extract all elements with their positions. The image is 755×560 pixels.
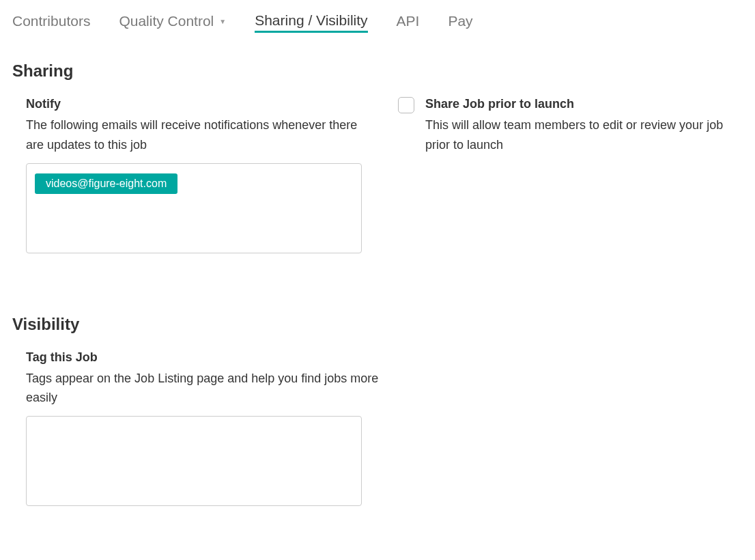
visibility-columns: Tag this Job Tags appear on the Job List… <box>12 350 743 507</box>
tab-sharing-visibility[interactable]: Sharing / Visibility <box>255 12 367 33</box>
tab-quality-control[interactable]: Quality Control ▼ <box>119 13 226 32</box>
share-prior-block: Share Job prior to launch This will allo… <box>398 97 743 253</box>
share-prior-description: This will allow team members to edit or … <box>425 115 743 155</box>
tag-job-title: Tag this Job <box>26 350 381 365</box>
tab-api[interactable]: API <box>397 13 420 32</box>
share-prior-checkbox[interactable] <box>398 97 414 113</box>
tab-quality-control-label: Quality Control <box>119 13 214 29</box>
section-sharing-title: Sharing <box>12 61 743 81</box>
notify-title: Notify <box>26 97 371 111</box>
chevron-down-icon: ▼ <box>219 18 226 25</box>
notify-emails-input[interactable]: videos@figure-eight.com <box>26 163 362 253</box>
notify-block: Notify The following emails will receive… <box>26 97 371 253</box>
tab-bar: Contributors Quality Control ▼ Sharing /… <box>12 12 743 33</box>
share-prior-title: Share Job prior to launch <box>425 97 574 111</box>
tab-pay[interactable]: Pay <box>448 13 472 32</box>
tag-job-description: Tags appear on the Job Listing page and … <box>26 369 381 408</box>
email-chip[interactable]: videos@figure-eight.com <box>35 173 177 194</box>
notify-description: The following emails will receive notifi… <box>26 115 371 155</box>
sharing-columns: Notify The following emails will receive… <box>12 97 743 253</box>
tab-contributors[interactable]: Contributors <box>12 13 90 32</box>
tag-job-block: Tag this Job Tags appear on the Job List… <box>26 350 381 507</box>
section-visibility-title: Visibility <box>12 315 743 334</box>
tag-job-input[interactable] <box>26 416 362 506</box>
